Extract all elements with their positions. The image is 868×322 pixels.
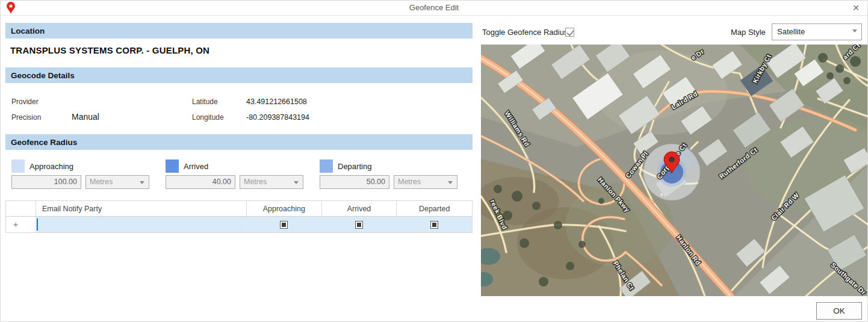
longitude-value: -80.209387843194 <box>246 113 309 122</box>
approaching-label: Approaching <box>29 162 73 171</box>
add-row-button[interactable]: + <box>6 217 36 232</box>
longitude-label: Longitude <box>192 113 224 122</box>
departing-unit-combo[interactable]: Metres <box>394 175 457 189</box>
location-section-header: Location <box>5 23 473 39</box>
title-bar: Geofence Edit ✕ <box>1 1 867 16</box>
departing-radius-input[interactable]: 50.00 <box>320 175 389 189</box>
arrived-unit-combo[interactable]: Metres <box>240 175 303 189</box>
approaching-cell <box>247 217 322 232</box>
map[interactable]: e Dr Williams Rd reek Blvd Cowan Pl Corp… <box>481 45 868 296</box>
provider-label: Provider <box>11 98 39 106</box>
departing-color-swatch <box>320 159 333 173</box>
arrived-radius-input[interactable]: 40.00 <box>166 175 235 189</box>
chevron-down-icon <box>852 29 857 33</box>
departed-column-header[interactable]: Departed <box>397 201 472 216</box>
arrived-label: Arrived <box>184 162 208 171</box>
arrived-column-header[interactable]: Arrived <box>322 201 397 216</box>
satellite-map: e Dr Williams Rd reek Blvd Cowan Pl Corp… <box>481 45 868 296</box>
approaching-checkbox[interactable] <box>280 221 288 229</box>
zone-arrived: Arrived 40.00 Metres <box>166 159 316 190</box>
precision-label: Precision <box>11 113 41 122</box>
table-header-row: Email Notify Party Approaching Arrived D… <box>6 201 472 217</box>
latitude-value: 43.491212661508 <box>246 98 307 106</box>
departed-checkbox[interactable] <box>430 221 438 229</box>
location-name: TRANSPLUS SYSTEMS CORP. - GUELPH, ON <box>10 45 209 55</box>
latitude-label: Latitude <box>192 98 218 106</box>
approaching-column-header[interactable]: Approaching <box>247 201 322 216</box>
text-cursor <box>37 218 38 231</box>
email-notify-input[interactable] <box>36 217 247 232</box>
toggle-geofence-radius-label: Toggle Geofence Radius <box>482 28 568 37</box>
email-column-header[interactable]: Email Notify Party <box>36 201 247 216</box>
approaching-unit-combo[interactable]: Metres <box>85 175 149 189</box>
approaching-radius-input[interactable]: 100.00 <box>11 175 81 189</box>
precision-value: Manual <box>72 112 99 122</box>
geocode-section-header: Geocode Details <box>5 67 473 83</box>
arrived-checkbox[interactable] <box>355 221 363 229</box>
chevron-down-icon <box>448 181 453 184</box>
zone-approaching: Approaching 100.00 Metres <box>11 159 162 190</box>
close-icon[interactable]: ✕ <box>851 3 861 13</box>
email-notify-table: Email Notify Party Approaching Arrived D… <box>5 200 473 233</box>
map-style-value: Satellite <box>777 27 805 36</box>
map-style-combo[interactable]: Satellite <box>772 23 862 40</box>
chevron-down-icon <box>140 181 144 184</box>
toggle-geofence-radius-checkbox[interactable] <box>565 28 574 37</box>
handle-column-header <box>6 201 36 216</box>
departing-unit-value: Metres <box>398 178 421 186</box>
arrived-color-swatch <box>166 159 179 173</box>
approaching-unit-value: Metres <box>90 178 113 186</box>
departing-label: Departing <box>338 162 371 171</box>
departed-cell <box>397 217 472 232</box>
zone-departing: Departing 50.00 Metres <box>320 159 470 190</box>
window-title: Geofence Edit <box>1 3 867 12</box>
chevron-down-icon <box>294 181 299 184</box>
arrived-cell <box>322 217 397 232</box>
arrived-unit-value: Metres <box>244 178 267 186</box>
map-style-label: Map Style <box>731 28 766 37</box>
ok-button[interactable]: OK <box>816 302 862 320</box>
approaching-color-swatch <box>11 159 25 173</box>
geofence-edit-window: Geofence Edit ✕ Location TRANSPLUS SYSTE… <box>0 0 868 322</box>
radius-section-header: Geofence Radius <box>5 134 473 150</box>
new-row: + <box>6 217 472 232</box>
